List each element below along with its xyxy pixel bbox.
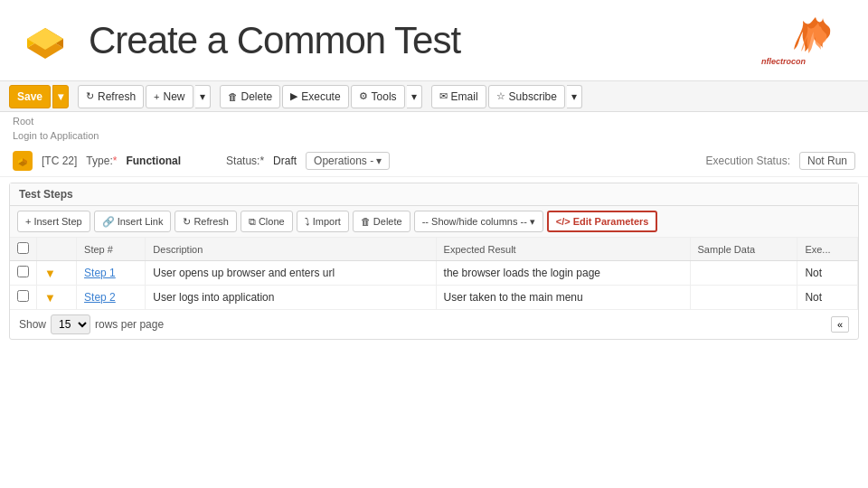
show-label: Show bbox=[19, 318, 46, 331]
import-icon: ⤵ bbox=[305, 216, 310, 227]
main-toolbar: Save ▾ ↻ Refresh + New ▾ 🗑 Delete ▶ Exec… bbox=[0, 81, 868, 112]
col-execution: Exe... bbox=[797, 238, 858, 261]
operations-button[interactable]: Operations - ▾ bbox=[306, 152, 390, 170]
page-header: Create a Common Test nflectrocon bbox=[0, 0, 868, 81]
subscribe-button[interactable]: ☆ Subscribe bbox=[488, 85, 565, 108]
table-row: ▼ Step 1 User opens up browser and enter… bbox=[10, 261, 858, 286]
import-button[interactable]: ⤵ Import bbox=[297, 211, 349, 232]
star-icon: ☆ bbox=[496, 90, 505, 102]
row-checkbox-cell bbox=[10, 261, 37, 286]
col-expected-result: Expected Result bbox=[436, 238, 690, 261]
breadcrumb-child: Login to Application bbox=[13, 130, 99, 141]
show-hide-columns-button[interactable]: -- Show/hide columns -- ▾ bbox=[414, 211, 543, 232]
play-icon: ▶ bbox=[290, 90, 297, 102]
col-checkbox bbox=[10, 238, 37, 261]
subscribe-dropdown-button[interactable]: ▾ bbox=[567, 85, 582, 108]
trash-icon: 🗑 bbox=[228, 91, 238, 102]
plus-icon: + bbox=[154, 91, 159, 102]
insert-link-button[interactable]: 🔗 Insert Link bbox=[94, 211, 172, 232]
row-sample-data bbox=[690, 261, 797, 286]
clone-button[interactable]: ⧉ Clone bbox=[241, 211, 293, 232]
page-title: Create a Common Test bbox=[89, 19, 760, 62]
brand-logo: nflectrocon bbox=[760, 14, 850, 68]
gear-icon: ⚙ bbox=[359, 90, 368, 102]
step-link-1[interactable]: Step 2 bbox=[84, 291, 116, 304]
record-id: [TC 22] bbox=[42, 155, 77, 167]
save-button[interactable]: Save bbox=[9, 85, 51, 108]
chevron-down-icon: ▾ bbox=[376, 155, 382, 167]
breadcrumb-child-area: Login to Application bbox=[0, 130, 868, 145]
row-sample-data bbox=[690, 286, 797, 310]
steps-toolbar: + Insert Step 🔗 Insert Link ↻ Refresh ⧉ … bbox=[10, 206, 858, 238]
row-description: User opens up browser and enters url bbox=[146, 261, 436, 286]
breadcrumb: Root bbox=[0, 112, 868, 130]
row-arrow-cell: ▼ bbox=[37, 286, 77, 310]
pagination-nav: « bbox=[831, 316, 849, 333]
step-arrow-icon: ▼ bbox=[44, 267, 56, 280]
test-steps-header: Test Steps bbox=[10, 183, 858, 206]
record-icon bbox=[13, 151, 33, 171]
clone-icon: ⧉ bbox=[249, 216, 256, 228]
row-description: User logs into application bbox=[146, 286, 436, 310]
tools-dropdown-button[interactable]: ▾ bbox=[407, 85, 422, 108]
plus-icon: + bbox=[25, 216, 31, 227]
steps-table: Step # Description Expected Result Sampl… bbox=[10, 238, 858, 310]
new-button[interactable]: + New bbox=[146, 85, 193, 108]
row-step-num: Step 2 bbox=[77, 286, 146, 310]
code-icon: </> bbox=[556, 216, 571, 227]
execution-status-value: Not Run bbox=[799, 152, 855, 170]
link-icon: 🔗 bbox=[102, 216, 115, 228]
trash-icon: 🗑 bbox=[361, 216, 371, 227]
email-icon: ✉ bbox=[439, 90, 448, 102]
select-all-checkbox[interactable] bbox=[17, 242, 29, 254]
insert-step-button[interactable]: + Insert Step bbox=[17, 211, 90, 232]
svg-text:nflectrocon: nflectrocon bbox=[761, 57, 807, 66]
status-value: Draft bbox=[273, 155, 297, 167]
col-step-icon bbox=[37, 238, 77, 261]
row-execution: Not bbox=[797, 261, 858, 286]
steps-delete-button[interactable]: 🗑 Delete bbox=[353, 211, 410, 232]
edit-parameters-button[interactable]: </> Edit Parameters bbox=[547, 211, 658, 232]
row-execution: Not bbox=[797, 286, 858, 310]
execution-status-label: Execution Status: bbox=[706, 155, 790, 167]
steps-refresh-button[interactable]: ↻ Refresh bbox=[175, 211, 237, 232]
save-dropdown-button[interactable]: ▾ bbox=[52, 85, 69, 108]
first-page-button[interactable]: « bbox=[831, 316, 849, 333]
pagination-row: Show 15 25 50 rows per page « bbox=[10, 310, 858, 339]
table-row: ▼ Step 2 User logs into application User… bbox=[10, 286, 858, 310]
type-value: Functional bbox=[126, 155, 181, 167]
row-arrow-cell: ▼ bbox=[37, 261, 77, 286]
col-step-num: Step # bbox=[77, 238, 146, 261]
record-row: [TC 22] Type:* Functional Status:* Draft… bbox=[0, 145, 868, 177]
row-checkbox-cell bbox=[10, 286, 37, 310]
logo-icon bbox=[18, 14, 72, 68]
refresh-button[interactable]: ↻ Refresh bbox=[78, 85, 144, 108]
step-arrow-icon: ▼ bbox=[44, 291, 56, 305]
refresh-icon: ↻ bbox=[183, 216, 191, 228]
new-dropdown-button[interactable]: ▾ bbox=[195, 85, 211, 108]
execute-button[interactable]: ▶ Execute bbox=[282, 85, 348, 108]
step-link-0[interactable]: Step 1 bbox=[84, 267, 116, 279]
row-checkbox-1[interactable] bbox=[17, 290, 29, 302]
col-sample-data: Sample Data bbox=[690, 238, 797, 261]
chevron-down-icon: ▾ bbox=[530, 216, 535, 228]
delete-button[interactable]: 🗑 Delete bbox=[220, 85, 281, 108]
row-expected-result: User taken to the main menu bbox=[436, 286, 690, 310]
refresh-icon: ↻ bbox=[86, 90, 94, 102]
tools-button[interactable]: ⚙ Tools bbox=[351, 85, 405, 108]
page-size-select[interactable]: 15 25 50 bbox=[51, 314, 90, 334]
row-step-num: Step 1 bbox=[77, 261, 146, 286]
breadcrumb-root: Root bbox=[13, 116, 33, 127]
test-steps-section: Test Steps + Insert Step 🔗 Insert Link ↻… bbox=[9, 183, 859, 340]
status-label: Status:* bbox=[226, 155, 264, 167]
email-button[interactable]: ✉ Email bbox=[431, 85, 486, 108]
row-expected-result: the browser loads the login page bbox=[436, 261, 690, 286]
rows-per-page-label: rows per page bbox=[95, 318, 164, 331]
type-label: Type:* bbox=[86, 155, 117, 167]
col-description: Description bbox=[146, 238, 436, 261]
row-checkbox-0[interactable] bbox=[17, 266, 29, 277]
